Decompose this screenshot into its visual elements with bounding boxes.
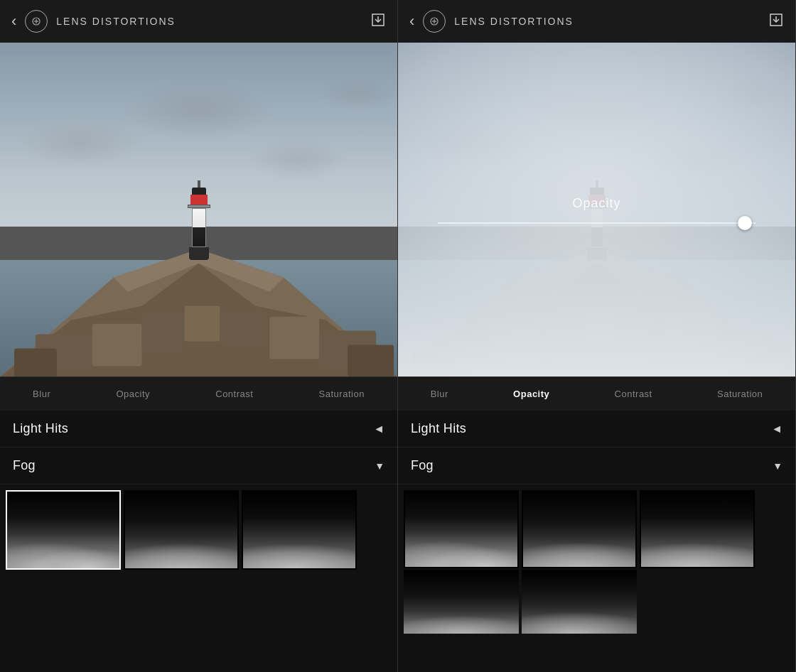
right-control-blur[interactable]: Blur [428, 383, 451, 405]
right-controls-bar: Blur Opacity Contrast Saturation [398, 376, 795, 411]
right-image-area: Opacity [398, 43, 795, 376]
left-light-hits-label: Light Hits [13, 421, 68, 436]
lighthouse [188, 180, 210, 260]
right-logo-icon [423, 10, 446, 33]
right-fog-bottom [398, 143, 795, 376]
svg-rect-11 [185, 305, 220, 341]
left-app-title: LENS DISTORTIONS [56, 16, 176, 27]
left-light-hits-arrow[interactable]: ◄ [373, 423, 384, 435]
right-fog-arrow[interactable]: ▼ [773, 460, 782, 472]
right-thumb-4[interactable] [404, 570, 519, 634]
left-thumb-2[interactable] [124, 490, 239, 570]
left-header: ‹ LENS DISTORTIONS [0, 0, 397, 43]
left-controls-bar: Blur Opacity Contrast Saturation [0, 376, 397, 411]
right-fog-row[interactable]: Fog ▼ [398, 448, 795, 484]
left-control-blur[interactable]: Blur [30, 383, 53, 405]
right-control-opacity[interactable]: Opacity [510, 383, 552, 405]
svg-rect-12 [220, 309, 266, 348]
right-back-button[interactable]: ‹ [409, 12, 414, 31]
svg-rect-16 [348, 345, 394, 376]
right-bottom-section: Light Hits ◄ Fog ▼ [398, 411, 795, 672]
right-header: ‹ LENS DISTORTIONS [398, 0, 795, 43]
right-header-left: ‹ LENS DISTORTIONS [409, 10, 574, 33]
lh-lamp [190, 195, 208, 205]
lh-body [192, 208, 206, 247]
right-thumb-2[interactable] [522, 490, 637, 568]
svg-rect-13 [269, 316, 319, 359]
lh-antenna [198, 180, 200, 188]
right-light-hits-arrow[interactable]: ◄ [771, 423, 782, 435]
left-thumb-3[interactable] [242, 490, 357, 570]
right-control-contrast[interactable]: Contrast [612, 383, 655, 405]
left-thumb-1[interactable] [6, 490, 121, 570]
left-fog-arrow[interactable]: ▼ [375, 460, 384, 472]
right-light-hits-row[interactable]: Light Hits ◄ [398, 411, 795, 448]
left-download-button[interactable] [370, 12, 386, 31]
left-back-button[interactable]: ‹ [11, 12, 16, 31]
left-logo-icon [25, 10, 48, 33]
lh-base [189, 247, 209, 260]
svg-rect-15 [14, 348, 57, 376]
left-bottom-section: Light Hits ◄ Fog ▼ [0, 411, 397, 672]
left-control-contrast[interactable]: Contrast [213, 383, 256, 405]
right-control-saturation[interactable]: Saturation [714, 383, 765, 405]
right-light-hits-label: Light Hits [411, 421, 466, 436]
left-fog-row[interactable]: Fog ▼ [0, 448, 397, 484]
right-fog-label: Fog [411, 458, 434, 473]
right-app-title: LENS DISTORTIONS [454, 16, 574, 27]
right-thumbnails-row1 [398, 484, 795, 570]
svg-rect-10 [142, 313, 185, 352]
left-lighthouse-scene [0, 43, 397, 376]
right-thumb-1[interactable] [404, 490, 519, 568]
left-thumbnails-row1 [0, 484, 397, 570]
left-light-hits-row[interactable]: Light Hits ◄ [0, 411, 397, 448]
left-header-left: ‹ LENS DISTORTIONS [11, 10, 176, 33]
right-panel: ‹ LENS DISTORTIONS [398, 0, 796, 672]
lh-cap [192, 188, 206, 195]
left-fog-label: Fog [13, 458, 36, 473]
left-control-opacity[interactable]: Opacity [113, 383, 153, 405]
left-image-area [0, 43, 397, 376]
right-thumb-3[interactable] [640, 490, 755, 568]
right-thumbnails-row2 [398, 570, 795, 634]
right-download-button[interactable] [768, 12, 784, 31]
left-control-saturation[interactable]: Saturation [316, 383, 367, 405]
left-panel: ‹ LENS DISTORTIONS [0, 0, 398, 672]
svg-rect-9 [92, 323, 142, 366]
right-thumb-5[interactable] [522, 570, 637, 634]
